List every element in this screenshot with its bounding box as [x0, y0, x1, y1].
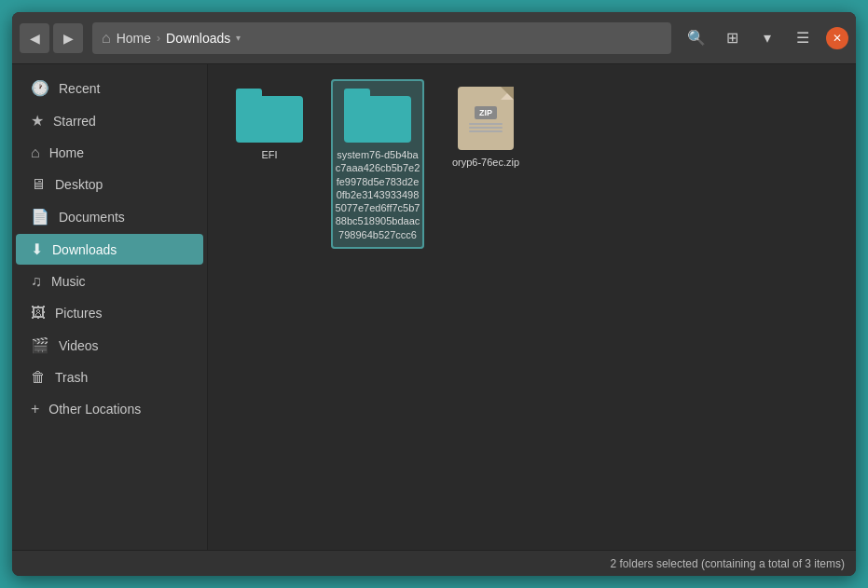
main-area: 🕐 Recent ★ Starred ⌂ Home 🖥 Desktop 📄 Do…: [12, 64, 856, 550]
file-area: EFI system76-d5b4bac7aaa426cb5b7e2fe9978…: [208, 64, 856, 550]
breadcrumb-separator: ›: [157, 32, 160, 45]
sidebar-icon-music: ♫: [31, 273, 42, 290]
sidebar-item-other-locations[interactable]: + Other Locations: [16, 394, 203, 424]
sidebar-label-desktop: Desktop: [55, 177, 103, 192]
folder-icon-system76: [344, 87, 411, 143]
sidebar-label-music: Music: [51, 274, 86, 289]
sidebar-item-home[interactable]: ⌂ Home: [16, 138, 203, 168]
file-label-system76: system76-d5b4bac7aaa426cb5b7e2fe9978d5e7…: [335, 148, 420, 241]
breadcrumb-dropdown-icon[interactable]: ▾: [236, 33, 241, 43]
sidebar: 🕐 Recent ★ Starred ⌂ Home 🖥 Desktop 📄 Do…: [12, 64, 208, 550]
status-text: 2 folders selected (containing a total o…: [611, 557, 845, 570]
sidebar-label-pictures: Pictures: [55, 306, 103, 321]
sidebar-icon-recent: 🕐: [31, 79, 49, 97]
sidebar-icon-documents: 📄: [31, 208, 49, 226]
sidebar-item-videos[interactable]: 🎬 Videos: [16, 330, 203, 361]
sidebar-label-starred: Starred: [53, 114, 96, 129]
sidebar-item-desktop[interactable]: 🖥 Desktop: [16, 170, 203, 199]
sidebar-label-documents: Documents: [59, 210, 125, 225]
file-item-zip[interactable]: ZIP oryp6-76ec.zip: [439, 79, 532, 249]
sidebar-icon-desktop: 🖥: [31, 176, 46, 193]
breadcrumb-bar: ⌂ Home › Downloads ▾: [92, 22, 671, 54]
zip-icon: ZIP: [458, 87, 514, 150]
sidebar-icon-home: ⌂: [31, 144, 40, 161]
home-icon: ⌂: [102, 30, 111, 47]
sidebar-label-recent: Recent: [59, 81, 100, 96]
file-label-zip: oryp6-76ec.zip: [452, 156, 519, 169]
breadcrumb-home-label[interactable]: Home: [117, 31, 151, 46]
file-label-efi: EFI: [261, 148, 277, 161]
view-options-button[interactable]: ⊞: [716, 22, 748, 54]
sidebar-label-videos: Videos: [59, 338, 99, 353]
sidebar-icon-other-locations: +: [31, 401, 39, 417]
sort-button[interactable]: ▾: [751, 22, 783, 54]
sidebar-label-home: Home: [49, 145, 84, 160]
file-manager-window: ◀ ▶ ⌂ Home › Downloads ▾ 🔍 ⊞ ▾ ☰ ✕ 🕐 Rec…: [12, 12, 856, 576]
sidebar-item-downloads[interactable]: ⬇ Downloads: [16, 234, 203, 265]
sidebar-icon-videos: 🎬: [31, 336, 49, 354]
zip-badge: ZIP: [475, 106, 497, 119]
forward-button[interactable]: ▶: [53, 23, 83, 53]
file-item-system76[interactable]: system76-d5b4bac7aaa426cb5b7e2fe9978d5e7…: [331, 79, 424, 249]
sidebar-item-starred[interactable]: ★ Starred: [16, 105, 203, 136]
file-item-efi[interactable]: EFI: [223, 79, 316, 249]
sidebar-item-recent[interactable]: 🕐 Recent: [16, 73, 203, 103]
search-button[interactable]: 🔍: [681, 22, 712, 54]
sidebar-item-pictures[interactable]: 🖼 Pictures: [16, 298, 203, 328]
toolbar: ◀ ▶ ⌂ Home › Downloads ▾ 🔍 ⊞ ▾ ☰ ✕: [12, 12, 856, 64]
sidebar-label-downloads: Downloads: [52, 242, 117, 257]
sidebar-item-documents[interactable]: 📄 Documents: [16, 201, 203, 232]
sidebar-icon-trash: 🗑: [31, 369, 46, 386]
sidebar-item-trash[interactable]: 🗑 Trash: [16, 362, 203, 392]
folder-icon-efi: [236, 87, 303, 143]
sidebar-icon-starred: ★: [31, 112, 44, 130]
sidebar-item-music[interactable]: ♫ Music: [16, 267, 203, 296]
close-button[interactable]: ✕: [826, 27, 848, 49]
sidebar-label-other-locations: Other Locations: [48, 402, 141, 417]
back-button[interactable]: ◀: [20, 23, 49, 53]
breadcrumb-current-label: Downloads: [166, 31, 230, 46]
sidebar-icon-downloads: ⬇: [31, 240, 43, 258]
sidebar-icon-pictures: 🖼: [31, 305, 46, 321]
status-bar: 2 folders selected (containing a total o…: [12, 550, 856, 576]
file-grid: EFI system76-d5b4bac7aaa426cb5b7e2fe9978…: [223, 79, 841, 535]
sidebar-label-trash: Trash: [55, 370, 88, 385]
menu-button[interactable]: ☰: [787, 22, 819, 54]
